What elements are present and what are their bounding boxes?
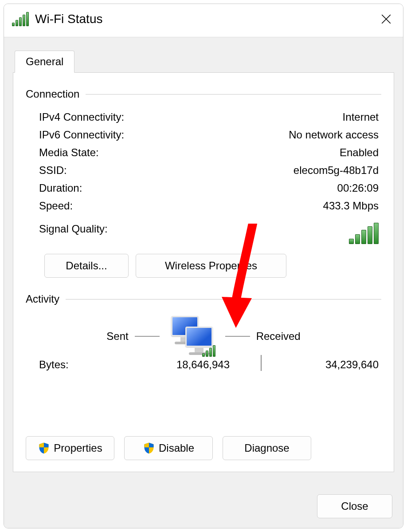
diagnose-button[interactable]: Diagnose (223, 436, 311, 460)
speed-label: Speed: (39, 200, 73, 212)
media-value: Enabled (340, 146, 379, 159)
row-signal-quality: Signal Quality: (26, 215, 381, 244)
ssid-label: SSID: (39, 164, 67, 177)
properties-button[interactable]: Properties (26, 436, 114, 460)
received-label: Received (256, 330, 301, 343)
wifi-signal-icon (12, 12, 29, 26)
signal-quality-label: Signal Quality: (39, 223, 108, 235)
speed-value: 433.3 Mbps (323, 200, 379, 212)
connection-group-header: Connection (26, 88, 381, 100)
uac-shield-icon (38, 442, 50, 454)
row-ssid: SSID: elecom5g-48b17d (26, 162, 381, 179)
ipv4-label: IPv4 Connectivity: (39, 111, 124, 123)
row-duration: Duration: 00:26:09 (26, 179, 381, 197)
duration-label: Duration: (39, 182, 82, 194)
received-line (225, 336, 250, 337)
bytes-label: Bytes: (39, 359, 137, 371)
activity-group-header: Activity (26, 293, 381, 305)
row-media: Media State: Enabled (26, 144, 381, 162)
tab-row: General (13, 51, 394, 73)
wifi-signal-icon (202, 345, 215, 357)
ssid-value: elecom5g-48b17d (294, 164, 379, 177)
close-button[interactable]: Close (317, 494, 392, 518)
titlebar: Wi-Fi Status (4, 4, 403, 34)
activity-visual: Sent Received (26, 314, 381, 359)
row-ipv6: IPv6 Connectivity: No network access (26, 126, 381, 144)
bytes-received-value: 34,239,640 (293, 359, 379, 371)
details-button[interactable]: Details... (44, 254, 129, 278)
duration-value: 00:26:09 (337, 182, 379, 194)
bytes-divider (261, 355, 262, 371)
ipv4-value: Internet (343, 111, 379, 123)
wifi-status-window: Wi-Fi Status General Connection IPv4 Con… (4, 4, 403, 528)
ipv6-value: No network access (289, 129, 379, 141)
properties-button-label: Properties (54, 442, 102, 454)
wireless-properties-button[interactable]: Wireless Properties (136, 254, 286, 278)
tab-general[interactable]: General (15, 51, 74, 73)
client-area: General Connection IPv4 Connectivity: In… (4, 37, 403, 528)
disable-button[interactable]: Disable (124, 436, 213, 460)
activity-label: Activity (26, 293, 59, 305)
row-ipv4: IPv4 Connectivity: Internet (26, 108, 381, 126)
sent-line (135, 336, 160, 337)
network-computers-icon (166, 314, 219, 359)
window-close-button[interactable] (376, 8, 397, 30)
bytes-sent-value: 18,646,943 (137, 359, 230, 371)
close-icon (380, 13, 392, 25)
uac-shield-icon (143, 442, 155, 454)
bytes-row: Bytes: 18,646,943 34,239,640 (26, 359, 381, 371)
signal-quality-icon (349, 223, 379, 244)
disable-button-label: Disable (159, 442, 194, 454)
sent-label: Sent (106, 330, 128, 343)
row-speed: Speed: 433.3 Mbps (26, 197, 381, 215)
connection-label: Connection (26, 88, 79, 100)
ipv6-label: IPv6 Connectivity: (39, 129, 124, 141)
media-label: Media State: (39, 146, 99, 159)
tab-general-content: Connection IPv4 Connectivity: Internet I… (13, 73, 394, 472)
window-title: Wi-Fi Status (35, 12, 376, 26)
